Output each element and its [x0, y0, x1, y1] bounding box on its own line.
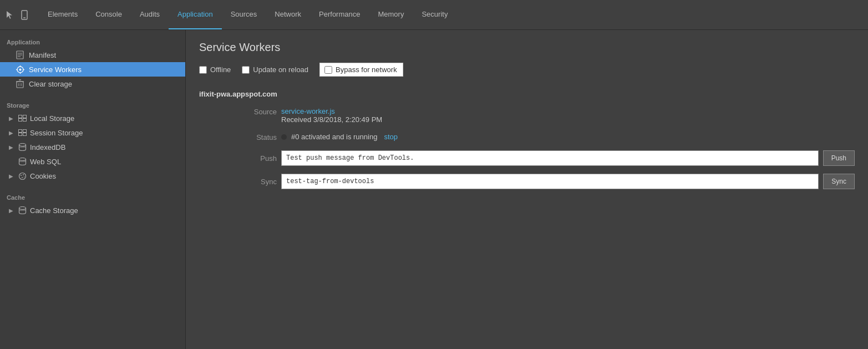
tab-application[interactable]: Application [169, 0, 222, 29]
bypass-for-network-box[interactable]: Bypass for network [319, 63, 403, 77]
cookies-label: Cookies [30, 172, 56, 180]
tab-bar: Elements Console Audits Application Sour… [0, 0, 868, 30]
source-row: Source service-worker.js Received 3/8/20… [243, 107, 855, 124]
svg-rect-22 [23, 130, 26, 133]
sidebar-section-cache: Cache [0, 190, 185, 203]
cache-storage-label: Cache Storage [30, 206, 78, 215]
status-dot [281, 134, 287, 140]
sidebar-item-session-storage[interactable]: ▶ Session Storage [0, 125, 185, 140]
tab-memory[interactable]: Memory [369, 0, 413, 29]
sync-button[interactable]: Sync [823, 174, 855, 189]
push-label: Push [243, 154, 277, 163]
sync-row: Sync Sync [243, 174, 855, 189]
source-label: Source [243, 107, 277, 116]
svg-point-34 [19, 207, 26, 210]
push-input[interactable] [281, 150, 819, 166]
local-storage-label: Local Storage [30, 114, 74, 123]
cookies-icon [18, 171, 27, 180]
cache-storage-arrow: ▶ [9, 208, 14, 214]
sidebar-section-storage: Storage [0, 98, 185, 111]
svg-rect-18 [23, 115, 26, 118]
svg-rect-21 [18, 130, 22, 133]
sidebar-item-service-workers[interactable]: Service Workers [0, 62, 185, 77]
offline-label: Offline [210, 65, 231, 74]
manifest-icon [16, 50, 24, 59]
update-on-reload-checkbox-label[interactable]: Update on reload [242, 65, 308, 74]
sidebar-item-local-storage[interactable]: ▶ Local Storage [0, 111, 185, 125]
svg-rect-19 [18, 119, 22, 122]
sidebar-item-cache-storage[interactable]: ▶ Cache Storage [0, 203, 185, 218]
session-storage-label: Session Storage [30, 129, 83, 137]
local-storage-arrow: ▶ [9, 115, 14, 122]
session-storage-icon [18, 128, 27, 137]
push-row: Push Push [243, 150, 855, 166]
status-label: Status [243, 133, 277, 141]
cache-storage-icon [18, 206, 27, 215]
svg-rect-23 [18, 133, 22, 136]
update-on-reload-checkbox[interactable] [242, 66, 250, 74]
svg-point-30 [21, 175, 22, 176]
tab-console[interactable]: Console [87, 0, 131, 29]
received-value: Received 3/8/2018, 2:20:49 PM [281, 115, 382, 124]
indexeddb-label: IndexedDB [30, 143, 65, 151]
svg-point-29 [19, 173, 26, 179]
svg-point-31 [23, 174, 24, 175]
sidebar: Application Manifest [0, 30, 186, 349]
tab-sources[interactable]: Sources [222, 0, 266, 29]
tab-elements[interactable]: Elements [39, 0, 87, 29]
bypass-for-network-label[interactable]: Bypass for network [336, 65, 397, 74]
svg-rect-12 [17, 82, 23, 88]
local-storage-icon [18, 114, 27, 123]
sidebar-item-manifest[interactable]: Manifest [0, 48, 185, 62]
tab-security[interactable]: Security [413, 0, 456, 29]
sw-details: Source service-worker.js Received 3/8/20… [199, 107, 855, 189]
tab-performance[interactable]: Performance [310, 0, 369, 29]
tab-audits[interactable]: Audits [131, 0, 169, 29]
sync-input[interactable] [281, 174, 819, 189]
checkboxes-row: Offline Update on reload Bypass for netw… [199, 63, 855, 77]
offline-checkbox-label[interactable]: Offline [199, 65, 231, 74]
status-row: Status #0 activated and is running stop [243, 133, 855, 141]
svg-point-7 [19, 68, 21, 70]
tab-list: Elements Console Audits Application Sour… [39, 0, 456, 29]
bypass-for-network-checkbox[interactable] [324, 66, 332, 74]
indexeddb-arrow: ▶ [9, 144, 14, 150]
panel-title: Service Workers [199, 41, 855, 54]
clear-storage-icon [16, 79, 24, 88]
svg-rect-20 [23, 119, 26, 122]
offline-checkbox[interactable] [199, 66, 207, 74]
status-inner-row: #0 activated and is running stop [281, 133, 855, 141]
push-button[interactable]: Push [823, 150, 855, 166]
source-content: service-worker.js Received 3/8/2018, 2:2… [281, 107, 855, 124]
svg-rect-24 [23, 133, 26, 136]
manifest-label: Manifest [29, 51, 56, 59]
sidebar-section-application: Application [0, 34, 185, 48]
sidebar-item-indexeddb[interactable]: ▶ IndexedDB [0, 140, 185, 154]
service-workers-label: Service Workers [29, 65, 82, 74]
clear-storage-label: Clear storage [29, 80, 72, 88]
status-text: #0 activated and is running [291, 133, 377, 141]
received-date: 3/8/2018, 2:20:49 PM [313, 115, 382, 124]
tab-network[interactable]: Network [266, 0, 310, 29]
domain-name: ifixit-pwa.appspot.com [199, 90, 855, 98]
web-sql-icon [18, 157, 27, 166]
session-storage-arrow: ▶ [9, 130, 14, 136]
svg-point-33 [23, 176, 24, 178]
stop-link[interactable]: stop [384, 133, 398, 141]
sidebar-item-web-sql[interactable]: ▶ Web SQL [0, 154, 185, 169]
web-sql-label: Web SQL [30, 158, 61, 166]
svg-point-32 [22, 177, 23, 178]
update-on-reload-label: Update on reload [253, 65, 308, 74]
svg-rect-17 [18, 115, 22, 118]
sidebar-item-clear-storage[interactable]: Clear storage [0, 77, 185, 91]
svg-point-25 [19, 144, 26, 146]
device-toggle-icon[interactable] [19, 9, 30, 21]
cursor-icon[interactable] [4, 9, 16, 21]
toolbar-icons [4, 9, 30, 21]
svg-point-27 [19, 158, 26, 161]
indexeddb-icon [18, 143, 27, 151]
service-workers-icon [16, 65, 24, 74]
main-area: Application Manifest [0, 30, 868, 349]
source-file-link[interactable]: service-worker.js [281, 107, 335, 115]
sidebar-item-cookies[interactable]: ▶ Cookies [0, 169, 185, 183]
